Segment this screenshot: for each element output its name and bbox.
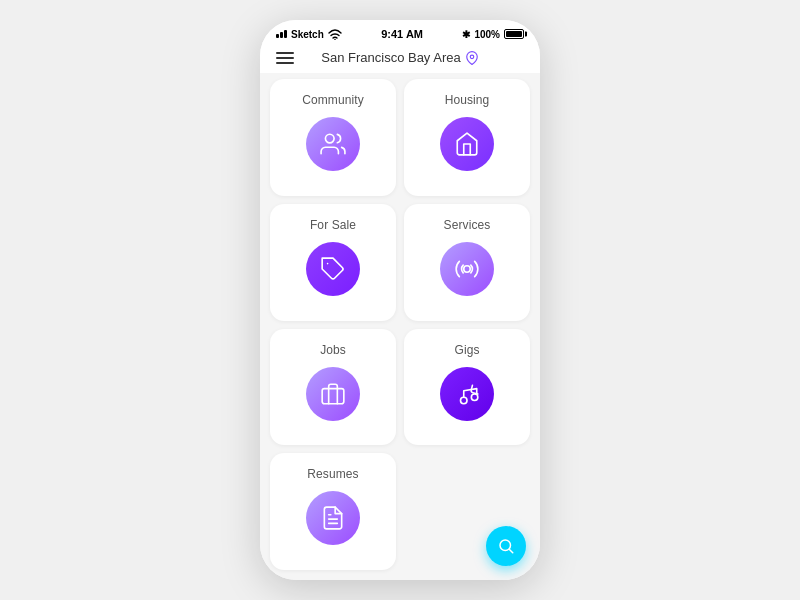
location-text: San Francisco Bay Area <box>321 50 460 65</box>
community-card[interactable]: Community <box>270 79 396 196</box>
status-right: ✱ 100% <box>462 29 524 40</box>
search-fab-button[interactable] <box>486 526 526 566</box>
status-bar: Sketch 9:41 AM ✱ 100% <box>260 20 540 44</box>
search-icon <box>497 537 515 555</box>
wifi-icon <box>328 29 342 40</box>
svg-line-11 <box>509 549 512 552</box>
bluetooth-icon: ✱ <box>462 29 470 40</box>
housing-icon-circle <box>440 117 494 171</box>
jobs-icon-circle <box>306 367 360 421</box>
services-icon-circle <box>440 242 494 296</box>
forsale-icon <box>320 256 346 282</box>
signal-icon <box>276 30 287 38</box>
services-icon <box>454 256 480 282</box>
svg-point-2 <box>325 134 334 143</box>
time-label: 9:41 AM <box>381 28 423 40</box>
app-name-label: Sketch <box>291 29 324 40</box>
battery-fill <box>506 31 522 37</box>
hamburger-button[interactable] <box>276 52 294 64</box>
battery-icon <box>504 29 524 39</box>
location-label: San Francisco Bay Area <box>321 50 478 65</box>
svg-point-1 <box>470 55 474 59</box>
resumes-icon-circle <box>306 491 360 545</box>
location-pin-icon <box>465 51 479 65</box>
battery-percent-label: 100% <box>474 29 500 40</box>
forsale-icon-circle <box>306 242 360 296</box>
svg-point-6 <box>461 397 468 404</box>
svg-point-10 <box>500 540 511 551</box>
phone-frame: Sketch 9:41 AM ✱ 100% San Francisco Bay … <box>260 20 540 580</box>
svg-point-7 <box>471 394 478 401</box>
gigs-label: Gigs <box>454 343 479 357</box>
jobs-card[interactable]: Jobs <box>270 329 396 446</box>
resumes-card[interactable]: Resumes <box>270 453 396 570</box>
jobs-icon <box>320 381 346 407</box>
services-card[interactable]: Services <box>404 204 530 321</box>
resumes-icon <box>320 505 346 531</box>
jobs-label: Jobs <box>320 343 346 357</box>
housing-label: Housing <box>445 93 490 107</box>
status-left: Sketch <box>276 29 342 40</box>
housing-card[interactable]: Housing <box>404 79 530 196</box>
housing-icon <box>454 131 480 157</box>
svg-point-0 <box>334 38 335 39</box>
svg-rect-5 <box>322 388 344 403</box>
community-icon <box>320 131 346 157</box>
gigs-icon <box>454 381 480 407</box>
gigs-icon-circle <box>440 367 494 421</box>
community-label: Community <box>302 93 364 107</box>
community-icon-circle <box>306 117 360 171</box>
forsale-label: For Sale <box>310 218 356 232</box>
category-grid: Community Housing For Sale <box>260 73 540 580</box>
forsale-card[interactable]: For Sale <box>270 204 396 321</box>
app-header: San Francisco Bay Area <box>260 44 540 73</box>
gigs-card[interactable]: Gigs <box>404 329 530 446</box>
resumes-label: Resumes <box>307 467 358 481</box>
svg-point-4 <box>464 266 471 273</box>
services-label: Services <box>444 218 491 232</box>
